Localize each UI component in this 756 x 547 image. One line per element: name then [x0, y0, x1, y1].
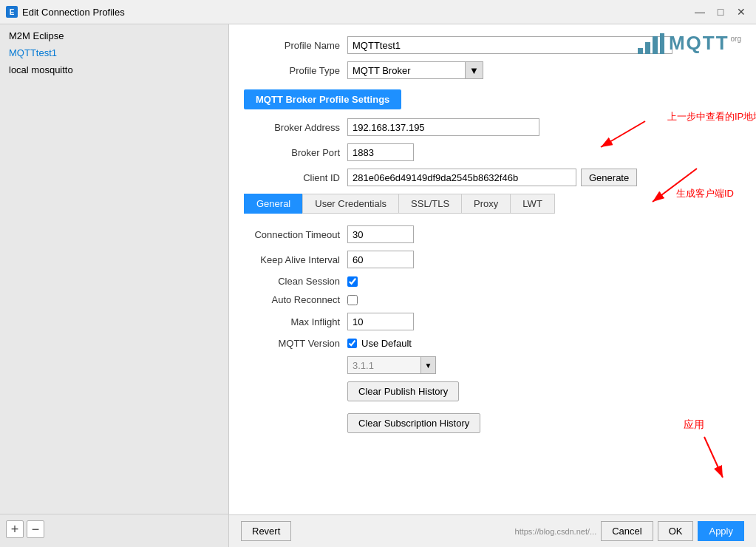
add-profile-button[interactable]: + — [6, 520, 24, 538]
mqtt-logo-icon — [638, 33, 664, 54]
svg-line-9 — [704, 437, 723, 478]
clean-session-checkbox-container — [347, 276, 358, 287]
mqtt-version-label: MQTT Version — [244, 338, 340, 349]
auto-reconnect-label: Auto Reconnect — [244, 294, 340, 305]
close-button[interactable]: ✕ — [732, 4, 750, 19]
window-icon: E — [6, 6, 18, 18]
profile-type-dropdown-arrow[interactable]: ▼ — [466, 61, 483, 79]
svg-rect-3 — [660, 33, 664, 54]
ok-button[interactable]: OK — [658, 521, 694, 541]
apply-button[interactable]: Apply — [698, 521, 744, 541]
max-inflight-row: Max Inflight — [244, 313, 741, 330]
connection-timeout-label: Connection Timeout — [244, 229, 340, 240]
clean-session-row: Clean Session — [244, 276, 741, 287]
window-controls: — □ ✕ — [691, 4, 750, 19]
general-tab-content: Connection Timeout Keep Alive Interval C… — [244, 225, 741, 438]
profile-name-label: Profile Name — [244, 40, 340, 51]
tabs-row: General User Credentials SSL/TLS Proxy L… — [244, 194, 741, 214]
title-bar: E Edit Connection Profiles — □ ✕ — [0, 0, 756, 24]
keep-alive-input[interactable] — [347, 251, 414, 268]
max-inflight-input[interactable] — [347, 313, 414, 330]
mqtt-logo-text: MQTT — [669, 32, 729, 55]
client-id-row: Client ID Generate — [244, 169, 741, 186]
broker-address-label: Broker Address — [244, 122, 340, 133]
mqtt-logo-area: MQTT org — [638, 32, 741, 55]
tab-ssl-tls[interactable]: SSL/TLS — [398, 194, 461, 214]
auto-reconnect-row: Auto Reconnect — [244, 294, 741, 305]
broker-port-input[interactable] — [347, 143, 414, 161]
svg-rect-1 — [645, 42, 650, 54]
version-select-arrow[interactable]: ▼ — [421, 356, 436, 374]
minimize-button[interactable]: — — [691, 4, 709, 19]
mqtt-logo: MQTT org — [638, 32, 741, 55]
mqtt-broker-profile-settings-btn[interactable]: MQTT Broker Profile Settings — [244, 89, 401, 109]
profile-name-input[interactable] — [347, 36, 672, 54]
maximize-button[interactable]: □ — [712, 4, 729, 19]
remove-profile-button[interactable]: − — [27, 520, 44, 538]
window-title: Edit Connection Profiles — [22, 7, 691, 18]
clear-subscription-row: Clear Subscription History — [244, 413, 741, 438]
clear-publish-history-button[interactable]: Clear Publish History — [347, 381, 459, 401]
version-select-row: ▼ — [244, 356, 741, 374]
mqtt-logo-org: org — [731, 35, 741, 43]
broker-port-row: Broker Port — [244, 143, 741, 161]
profile-type-select: ▼ — [347, 61, 483, 79]
revert-button[interactable]: Revert — [241, 521, 291, 541]
footer-url: https://blog.csdn.net/... — [515, 527, 597, 536]
broker-port-label: Broker Port — [244, 147, 340, 158]
svg-rect-2 — [653, 36, 658, 54]
profile-type-row: Profile Type ▼ — [244, 61, 741, 79]
main-layout: M2M Eclipse MQTTtest1 local mosquitto + … — [0, 24, 756, 547]
content-area: MQTT org Profile Name Profile Type ▼ MQT… — [229, 24, 756, 547]
clear-publish-row: Clear Publish History — [244, 381, 741, 406]
cancel-button[interactable]: Cancel — [601, 521, 653, 541]
profile-type-label: Profile Type — [244, 65, 340, 76]
sidebar-item-local-mosquitto[interactable]: local mosquitto — [0, 61, 228, 78]
broker-address-input[interactable] — [347, 118, 539, 136]
connection-timeout-row: Connection Timeout — [244, 225, 741, 243]
tab-user-credentials[interactable]: User Credentials — [302, 194, 398, 214]
generate-button[interactable]: Generate — [581, 169, 637, 186]
tab-proxy[interactable]: Proxy — [461, 194, 510, 214]
sidebar-item-m2m-eclipse[interactable]: M2M Eclipse — [0, 27, 228, 44]
tab-general[interactable]: General — [244, 194, 302, 214]
sidebar-item-mqtttest1[interactable]: MQTTtest1 — [0, 44, 228, 61]
sidebar-footer: + − — [0, 514, 228, 544]
broker-address-row: Broker Address — [244, 118, 741, 136]
max-inflight-label: Max Inflight — [244, 316, 340, 327]
client-id-controls: Generate — [347, 169, 637, 186]
mqtt-version-row: MQTT Version Use Default — [244, 338, 741, 349]
version-select-container: ▼ — [347, 356, 436, 374]
content-inner: MQTT org Profile Name Profile Type ▼ MQT… — [229, 24, 756, 514]
mqtt-version-controls: Use Default — [347, 338, 412, 349]
use-default-checkbox[interactable] — [347, 339, 357, 348]
clean-session-checkbox[interactable] — [347, 276, 358, 287]
client-id-input[interactable] — [347, 169, 576, 186]
use-default-label[interactable]: Use Default — [361, 338, 412, 349]
auto-reconnect-checkbox[interactable] — [347, 295, 358, 305]
clear-subscription-history-button[interactable]: Clear Subscription History — [347, 413, 480, 433]
keep-alive-label: Keep Alive Interval — [244, 254, 340, 265]
keep-alive-row: Keep Alive Interval — [244, 251, 741, 268]
sidebar: M2M Eclipse MQTTtest1 local mosquitto + … — [0, 24, 229, 547]
clean-session-label: Clean Session — [244, 276, 340, 287]
version-select-input[interactable] — [347, 356, 421, 374]
connection-timeout-input[interactable] — [347, 225, 414, 243]
content-footer: Revert https://blog.csdn.net/... Cancel … — [229, 514, 756, 547]
client-id-label: Client ID — [244, 172, 340, 183]
apply-arrow-svg — [689, 433, 734, 485]
tab-lwt[interactable]: LWT — [510, 194, 554, 214]
auto-reconnect-checkbox-container — [347, 295, 358, 305]
svg-rect-0 — [638, 48, 643, 54]
profile-type-input[interactable] — [347, 61, 466, 79]
